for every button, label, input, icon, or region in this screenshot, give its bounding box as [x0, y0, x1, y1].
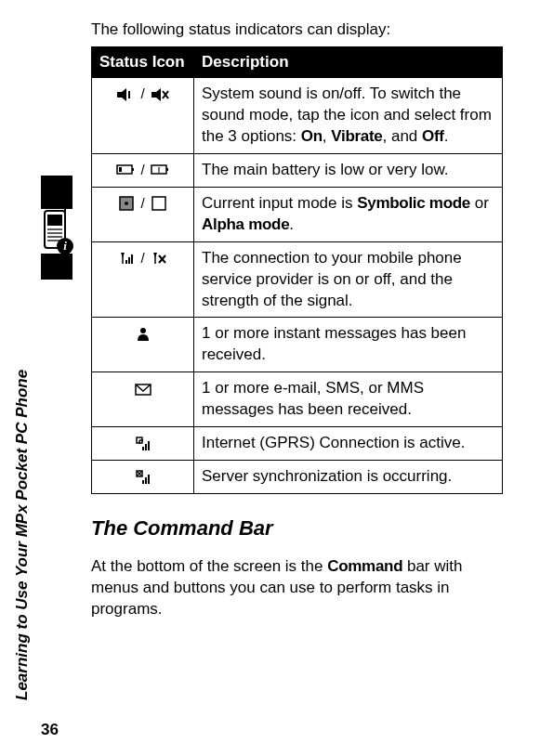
table-row: / System sound is on/off. To switch the …: [92, 78, 503, 154]
col-header-desc: Description: [194, 47, 503, 78]
mail-icon: [134, 379, 152, 397]
speaker-off-icon: [151, 85, 169, 102]
row-desc: 1 or more e-mail, SMS, or MMS messages h…: [194, 372, 503, 427]
table-row: / The main battery is low or very low.: [92, 153, 503, 187]
symbolic-mode-icon: [118, 194, 135, 212]
row-desc: System sound is on/off. To switch the so…: [194, 78, 503, 154]
col-header-icon: Status Icon: [92, 47, 194, 78]
icon-separator: /: [135, 250, 151, 266]
signal-off-icon: [151, 249, 167, 267]
chapter-title: Learning to Use Your MPx Pocket PC Phone: [13, 370, 32, 700]
gprs-icon: [135, 434, 151, 451]
row-desc: The main battery is low or very low.: [194, 153, 503, 187]
table-row: Internet (GPRS) Connection is active.: [92, 427, 503, 461]
table-row: / The connection to your mobile phone se…: [92, 241, 503, 318]
row-desc: The connection to your mobile phone serv…: [194, 241, 503, 318]
im-icon: [135, 324, 151, 342]
section-body: At the bottom of the screen is the Comma…: [91, 556, 503, 620]
icon-separator: /: [135, 162, 151, 177]
speaker-on-icon: [116, 85, 135, 102]
row-desc: Internet (GPRS) Connection is active.: [194, 427, 503, 461]
row-desc: 1 or more instant messages has been rece…: [194, 318, 503, 372]
row-desc: Server synchronization is occurring.: [194, 461, 503, 494]
manual-page: Learning to Use Your MPx Pocket PC Phone…: [0, 0, 540, 756]
signal-on-icon: [118, 249, 135, 267]
intro-text: The following status indicators can disp…: [91, 20, 503, 39]
phone-info-badge: [33, 209, 78, 254]
status-icon-table: Status Icon Description / System sound i…: [91, 46, 503, 494]
table-row: 1 or more e-mail, SMS, or MMS messages h…: [92, 372, 503, 427]
section-heading: The Command Bar: [91, 516, 503, 541]
table-row: / Current input mode is Symbolic mode or…: [92, 187, 503, 241]
table-row: Server synchronization is occurring.: [92, 461, 503, 494]
page-number: 36: [41, 721, 59, 739]
row-desc: Current input mode is Symbolic mode or A…: [194, 187, 503, 241]
battery-very-low-icon: [151, 161, 169, 178]
icon-separator: /: [135, 195, 151, 211]
icon-separator: /: [135, 85, 151, 101]
table-row: 1 or more instant messages has been rece…: [92, 318, 503, 372]
sync-icon: [135, 467, 151, 485]
battery-low-icon: [116, 161, 135, 178]
alpha-mode-icon: [151, 194, 167, 212]
